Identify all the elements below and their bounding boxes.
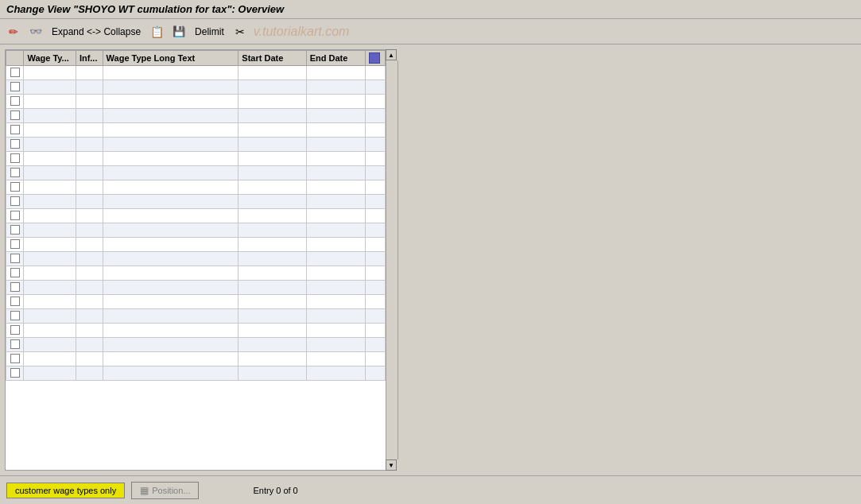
row-start-date [239, 352, 306, 366]
row-end-date [306, 338, 366, 352]
row-checkbox-cell[interactable] [6, 295, 24, 309]
scissors-button[interactable]: ✂ [231, 24, 249, 40]
row-checkbox[interactable] [10, 96, 20, 106]
table-row[interactable] [6, 152, 386, 166]
row-icon-cell [366, 123, 386, 138]
table-row[interactable] [6, 252, 386, 266]
row-long-text [103, 109, 239, 123]
row-checkbox[interactable] [10, 368, 20, 378]
row-checkbox[interactable] [10, 254, 20, 263]
customer-wage-types-button[interactable]: customer wage types only [6, 483, 125, 498]
row-inf [76, 195, 103, 209]
row-icon-cell [366, 95, 386, 109]
table-row[interactable] [6, 309, 386, 324]
row-checkbox[interactable] [10, 139, 20, 149]
row-checkbox[interactable] [10, 168, 20, 177]
row-checkbox-cell[interactable] [6, 109, 24, 123]
row-checkbox-cell[interactable] [6, 66, 24, 80]
row-checkbox-cell[interactable] [6, 152, 24, 166]
scroll-track [386, 60, 398, 459]
row-checkbox[interactable] [10, 125, 20, 134]
row-start-date [239, 338, 306, 352]
table-row[interactable] [6, 195, 386, 209]
row-checkbox[interactable] [10, 282, 20, 292]
table-row[interactable] [6, 95, 386, 109]
row-checkbox[interactable] [10, 68, 20, 77]
row-wage-type [24, 80, 76, 95]
row-checkbox-cell[interactable] [6, 166, 24, 180]
window-title: Change View "SHOYO WT cumulation for tax… [6, 3, 284, 15]
table-row[interactable] [6, 138, 386, 152]
vertical-scrollbar[interactable]: ▲ ▼ [386, 49, 398, 471]
table-row[interactable] [6, 123, 386, 138]
row-checkbox[interactable] [10, 211, 20, 220]
row-checkbox[interactable] [10, 354, 20, 363]
row-checkbox-cell[interactable] [6, 123, 24, 138]
table-row[interactable] [6, 166, 386, 180]
row-checkbox[interactable] [10, 196, 20, 206]
row-checkbox-cell[interactable] [6, 338, 24, 352]
row-long-text [103, 123, 239, 138]
row-checkbox[interactable] [10, 268, 20, 277]
row-checkbox-cell[interactable] [6, 223, 24, 238]
row-checkbox-cell[interactable] [6, 209, 24, 223]
save-icon: 💾 [173, 25, 185, 38]
row-long-text [103, 66, 239, 80]
table-row[interactable] [6, 209, 386, 223]
row-checkbox[interactable] [10, 311, 20, 320]
table-row[interactable] [6, 80, 386, 95]
expand-collapse-button[interactable]: Expand <-> Collapse [49, 25, 143, 39]
row-checkbox[interactable] [10, 110, 20, 120]
table-row[interactable] [6, 109, 386, 123]
row-icon-cell [366, 80, 386, 95]
table-row[interactable] [6, 338, 386, 352]
row-checkbox-cell[interactable] [6, 366, 24, 381]
table-row[interactable] [6, 295, 386, 309]
row-checkbox[interactable] [10, 339, 20, 349]
scroll-down-arrow[interactable]: ▼ [386, 459, 397, 471]
row-long-text [103, 281, 239, 295]
row-checkbox-cell[interactable] [6, 324, 24, 338]
row-checkbox-cell[interactable] [6, 309, 24, 324]
view-button[interactable]: 👓 [27, 24, 45, 40]
table-row[interactable] [6, 324, 386, 338]
table-settings-icon[interactable] [369, 52, 380, 64]
table-row[interactable] [6, 66, 386, 80]
delimit-button[interactable]: Delimit [192, 25, 227, 39]
row-checkbox[interactable] [10, 82, 20, 91]
row-checkbox[interactable] [10, 225, 20, 235]
table-row[interactable] [6, 266, 386, 281]
row-checkbox[interactable] [10, 325, 20, 335]
row-checkbox-cell[interactable] [6, 352, 24, 366]
row-checkbox-cell[interactable] [6, 281, 24, 295]
entry-info: Entry 0 of 0 [253, 486, 297, 495]
row-wage-type [24, 352, 76, 366]
row-checkbox-cell[interactable] [6, 252, 24, 266]
row-checkbox-cell[interactable] [6, 195, 24, 209]
row-checkbox-cell[interactable] [6, 266, 24, 281]
row-checkbox-cell[interactable] [6, 180, 24, 195]
row-checkbox[interactable] [10, 239, 20, 249]
position-button[interactable]: ▦ Position... [131, 482, 199, 499]
table-row[interactable] [6, 352, 386, 366]
save-button[interactable]: 💾 [170, 24, 188, 40]
row-checkbox-cell[interactable] [6, 138, 24, 152]
row-checkbox-cell[interactable] [6, 80, 24, 95]
row-checkbox[interactable] [10, 297, 20, 306]
row-checkbox[interactable] [10, 182, 20, 192]
table-row[interactable] [6, 281, 386, 295]
row-start-date [239, 152, 306, 166]
row-end-date [306, 309, 366, 324]
table-row[interactable] [6, 223, 386, 238]
table-row[interactable] [6, 366, 386, 381]
table-row[interactable] [6, 238, 386, 252]
scroll-up-arrow[interactable]: ▲ [386, 49, 397, 60]
row-icon-cell [366, 109, 386, 123]
row-checkbox-cell[interactable] [6, 238, 24, 252]
copy-button[interactable]: 📋 [148, 24, 165, 40]
edit-button[interactable]: ✏ [5, 24, 22, 40]
row-checkbox[interactable] [10, 153, 20, 163]
table-row[interactable] [6, 180, 386, 195]
row-icon-cell [366, 209, 386, 223]
row-checkbox-cell[interactable] [6, 95, 24, 109]
